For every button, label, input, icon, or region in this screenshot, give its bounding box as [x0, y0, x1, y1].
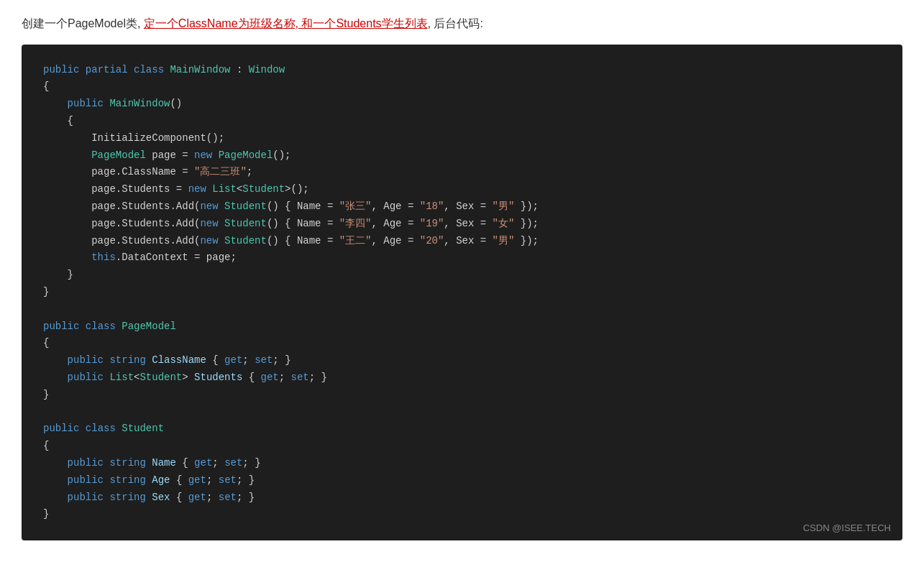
intro-text-before: 创建一个PageModel类,: [22, 17, 144, 29]
intro-text-link: 定一个ClassName为班级名称, 和一个Students学生列表: [144, 17, 428, 29]
code-block: public partial class MainWindow : Window…: [43, 62, 881, 524]
code-block-container: public partial class MainWindow : Window…: [22, 45, 902, 541]
watermark-text: CSDN @ISEE.TECH: [803, 522, 891, 533]
intro-paragraph: 创建一个PageModel类, 定一个ClassName为班级名称, 和一个St…: [22, 14, 902, 33]
intro-text-after: , 后台代码:: [428, 17, 483, 29]
